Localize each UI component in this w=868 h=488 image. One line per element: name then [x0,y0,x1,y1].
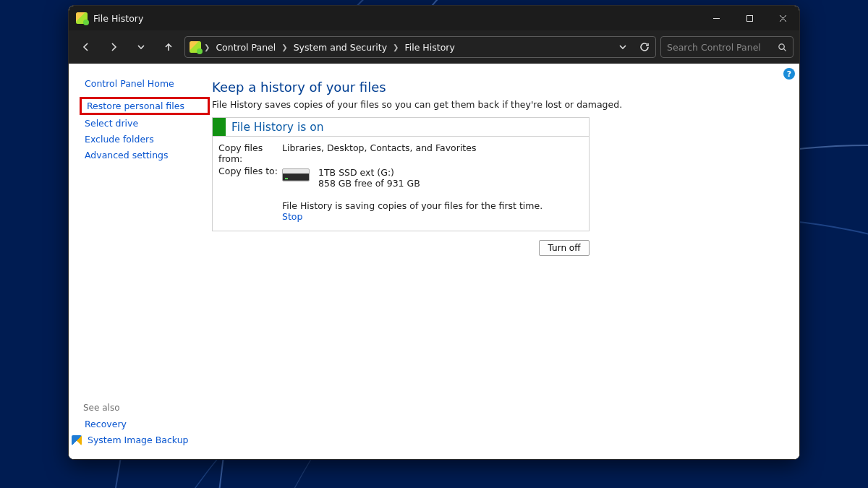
forward-button[interactable] [102,35,125,59]
stop-link[interactable]: Stop [282,211,302,222]
content-pane: ? Control Panel Home Restore personal fi… [69,64,799,459]
sidebar-item-advanced-settings[interactable]: Advanced settings [83,147,206,163]
see-also-system-image-backup[interactable]: System Image Backup [83,432,206,448]
status-details: Copy files from: Libraries, Desktop, Con… [213,137,589,231]
status-box: File History is on Copy files from: Libr… [212,117,590,231]
up-button[interactable] [157,35,180,59]
status-title: File History is on [226,118,324,136]
see-also-recovery[interactable]: Recovery [83,416,206,432]
search-placeholder: Search Control Panel [667,42,778,53]
chevron-right-icon: ❯ [203,43,211,51]
breadcrumb-system-security[interactable]: System and Security [291,37,390,57]
svg-point-1 [779,43,784,48]
page-title: Keep a history of your files [212,80,782,95]
refresh-button[interactable] [634,37,655,57]
svg-rect-0 [746,15,752,21]
shield-icon [72,435,82,445]
minimize-button[interactable] [699,6,733,30]
breadcrumb-control-panel[interactable]: Control Panel [213,37,278,57]
file-history-icon [76,12,88,24]
sidebar: Control Panel Home Restore personal file… [69,64,212,459]
search-icon [778,43,787,52]
status-flag [213,118,226,136]
copy-to-label: Copy files to: [218,166,282,189]
sidebar-home-link[interactable]: Control Panel Home [83,75,206,91]
address-icon [190,41,201,53]
search-input[interactable]: Search Control Panel [660,36,793,58]
back-button[interactable] [75,35,98,59]
recent-locations-button[interactable] [129,35,153,59]
sidebar-item-select-drive[interactable]: Select drive [83,115,206,131]
main-panel: Keep a history of your files File Histor… [212,64,799,459]
chevron-right-icon: ❯ [280,43,289,51]
toolbar: ❯ Control Panel ❯ System and Security ❯ … [69,30,799,64]
close-button[interactable] [766,6,799,30]
see-also-heading: See also [83,403,206,413]
chevron-right-icon: ❯ [391,43,400,51]
saving-status-line: File History is saving copies of your fi… [282,200,542,211]
sidebar-item-exclude-folders[interactable]: Exclude folders [83,131,206,147]
turn-off-button[interactable]: Turn off [539,240,590,256]
breadcrumb-file-history[interactable]: File History [401,37,457,57]
copy-from-value: Libraries, Desktop, Contacts, and Favori… [282,142,476,164]
drive-free: 858 GB free of 931 GB [318,178,420,189]
drive-icon [282,168,310,181]
address-bar[interactable]: ❯ Control Panel ❯ System and Security ❯ … [184,36,656,58]
status-bar: File History is on [213,118,589,137]
drive-name: 1TB SSD ext (G:) [318,167,420,178]
address-dropdown[interactable] [612,37,634,57]
page-subtext: File History saves copies of your files … [212,99,782,110]
window-title: File History [93,13,699,24]
maximize-button[interactable] [733,6,766,30]
file-history-window: File History ❯ Control Panel ❯ System [68,5,800,460]
sidebar-item-restore-personal-files[interactable]: Restore personal files [80,97,210,115]
titlebar: File History [69,6,799,30]
copy-from-label: Copy files from: [218,142,282,164]
